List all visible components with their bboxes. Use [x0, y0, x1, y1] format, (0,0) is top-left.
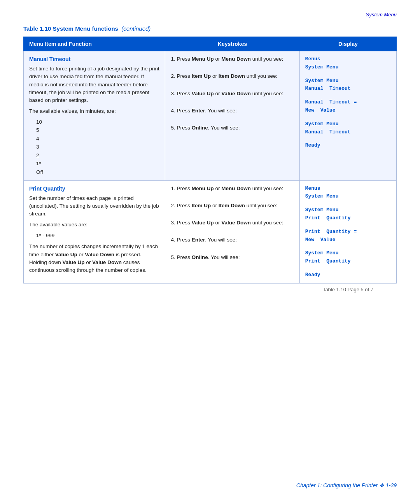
menu-item-desc-pq: Set the number of times each page is pri… [29, 194, 159, 218]
col-header-menu-item: Menu Item and Function [24, 37, 165, 51]
display-cell-print-quantity: MenusSystem Menu System MenuPrint Quanti… [299, 180, 396, 283]
table-page-number: Table 1.10 Page 5 of 7 [323, 287, 373, 292]
display-cell-manual-timeout: MenusSystem Menu System MenuManual Timeo… [299, 51, 396, 181]
header-text: System Menu [366, 12, 397, 18]
display-3: Manual Timeout =New Value [305, 98, 391, 115]
pq-display-1: MenusSystem Menu [305, 185, 391, 201]
pq-display-2: System MenuPrint Quantity [305, 206, 391, 222]
table-page-footer: Table 1.10 Page 5 of 7 [23, 284, 397, 292]
page-header: System Menu [0, 0, 420, 21]
chapter-footer: Chapter 1: Configuring the Printer ❖ 1-3… [296, 482, 397, 488]
display-2: System MenuManual Timeout [305, 77, 391, 93]
keystroke-cell-manual-timeout: 1. Press Menu Up or Menu Down until you … [165, 51, 299, 181]
menu-item-desc: Set time to force printing of a job desi… [29, 65, 159, 104]
available-values-label: The available values, in minutes, are: [29, 107, 159, 115]
display-5-ready: Ready [305, 142, 391, 150]
table-row: Print Quantity Set the number of times e… [24, 180, 397, 283]
pq-display-5-ready: Ready [305, 271, 391, 279]
step-5: 5. Press Online. You will see: [171, 124, 294, 132]
menu-item-cell-print-quantity: Print Quantity Set the number of times e… [24, 180, 165, 283]
pq-step-1: 1. Press Menu Up or Menu Down until you … [171, 185, 294, 192]
keystroke-cell-print-quantity: 1. Press Menu Up or Menu Down until you … [165, 180, 299, 283]
table-header-row: Menu Item and Function Keystrokes Displa… [24, 37, 397, 51]
table-title-text: Table 1.10 System Menu functions [23, 25, 118, 32]
values-list: 1054321*Off [36, 118, 159, 177]
values-list-pq: 1* - 999 [36, 231, 159, 240]
step-3: 3. Press Value Up or Value Down until yo… [171, 90, 294, 98]
display-1: MenusSystem Menu [305, 55, 391, 72]
page-bottom: Chapter 1: Configuring the Printer ❖ 1-3… [0, 482, 420, 488]
table-title: Table 1.10 System Menu functions (contin… [23, 25, 397, 32]
step-4: 4. Press Enter. You will see: [171, 107, 294, 115]
pq-display-3: Print Quantity =New Value [305, 228, 391, 244]
pq-step-3: 3. Press Value Up or Value Down until yo… [171, 219, 294, 227]
extra-desc-pq: The number of copies changes incremental… [29, 243, 159, 274]
pq-step-2: 2. Press Item Up or Item Down until you … [171, 202, 294, 210]
menu-item-cell-manual-timeout: Manual Timeout Set time to force printin… [24, 51, 165, 181]
step-1: 1. Press Menu Up or Menu Down until you … [171, 55, 294, 63]
menu-item-title-manual-timeout: Manual Timeout [29, 55, 159, 63]
pq-step-5: 5. Press Online. You will see: [171, 254, 294, 261]
menu-item-title-print-quantity: Print Quantity [29, 185, 159, 193]
display-4: System MenuManual Timeout [305, 120, 391, 136]
table-title-continued: (continued) [121, 25, 150, 32]
available-values-label-pq: The available values are: [29, 221, 159, 229]
table-row: Manual Timeout Set time to force printin… [24, 51, 397, 181]
pq-step-4: 4. Press Enter. You will see: [171, 236, 294, 244]
pq-display-4: System MenuPrint Quantity [305, 249, 391, 266]
col-header-display: Display [299, 37, 396, 51]
system-menu-table: Menu Item and Function Keystrokes Displa… [23, 37, 397, 284]
col-header-keystrokes: Keystrokes [165, 37, 299, 51]
step-2: 2. Press Item Up or Item Down until you … [171, 72, 294, 80]
content-area: Table 1.10 System Menu functions (contin… [0, 21, 420, 308]
